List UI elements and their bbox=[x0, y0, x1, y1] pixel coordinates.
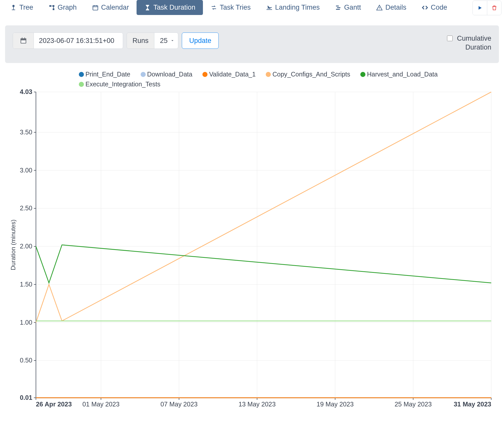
tab-label: Task Duration bbox=[153, 4, 195, 11]
svg-text:3.00: 3.00 bbox=[20, 167, 32, 174]
svg-rect-13 bbox=[21, 40, 26, 43]
tab-tree[interactable]: Tree bbox=[3, 0, 41, 15]
svg-text:2.50: 2.50 bbox=[20, 205, 32, 212]
legend-label: Execute_Integration_Tests bbox=[85, 81, 160, 88]
tab-label: Landing Times bbox=[275, 4, 320, 11]
svg-text:19 May 2023: 19 May 2023 bbox=[317, 401, 354, 408]
chart-legend: Print_End_DateDownload_DataValidate_Data… bbox=[8, 71, 496, 88]
svg-text:13 May 2023: 13 May 2023 bbox=[239, 401, 276, 408]
svg-text:2.00: 2.00 bbox=[20, 243, 32, 250]
legend-item[interactable]: Print_End_Date bbox=[79, 71, 130, 78]
tab-label: Code bbox=[431, 4, 447, 11]
legend-label: Print_End_Date bbox=[85, 71, 130, 78]
legend-dot bbox=[266, 72, 271, 77]
cumulative-toggle[interactable]: Cumulative Duration bbox=[446, 33, 491, 52]
svg-text:4.03: 4.03 bbox=[20, 89, 32, 95]
legend-dot bbox=[360, 72, 365, 77]
date-input-group bbox=[13, 33, 123, 49]
code-icon bbox=[422, 4, 428, 11]
svg-rect-1 bbox=[13, 7, 14, 10]
gantt-icon bbox=[335, 4, 342, 11]
tab-label: Calendar bbox=[101, 4, 129, 11]
play-button[interactable] bbox=[473, 1, 487, 15]
calendar-icon bbox=[92, 4, 99, 11]
runs-input-group: Runs 25 bbox=[127, 33, 178, 49]
tab-label: Graph bbox=[58, 4, 77, 11]
top-actions bbox=[472, 1, 501, 15]
svg-text:31 May 2023: 31 May 2023 bbox=[454, 401, 491, 408]
hourglass-icon bbox=[144, 4, 151, 11]
tab-calendar[interactable]: Calendar bbox=[84, 0, 137, 15]
svg-text:1.50: 1.50 bbox=[20, 281, 32, 288]
run-date-input[interactable] bbox=[34, 33, 123, 49]
legend-label: Harvest_and_Load_Data bbox=[367, 71, 438, 78]
svg-text:26 Apr 2023: 26 Apr 2023 bbox=[36, 401, 72, 408]
tab-task-duration[interactable]: Task Duration bbox=[137, 0, 203, 15]
tab-label: Gantt bbox=[344, 4, 361, 11]
svg-text:25 May 2023: 25 May 2023 bbox=[395, 401, 432, 408]
legend-label: Validate_Data_1 bbox=[209, 71, 256, 78]
legend-dot bbox=[141, 72, 146, 77]
tab-task-tries[interactable]: Task Tries bbox=[203, 0, 258, 15]
view-tabs: Tree Graph Calendar Task Duration Task T… bbox=[3, 0, 455, 15]
tab-landing-times[interactable]: Landing Times bbox=[258, 0, 328, 15]
tab-gantt[interactable]: Gantt bbox=[327, 0, 368, 15]
legend-item[interactable]: Validate_Data_1 bbox=[202, 71, 256, 78]
tab-label: Task Tries bbox=[220, 4, 251, 11]
svg-rect-12 bbox=[24, 38, 25, 39]
task-duration-chart: 0.010.501.001.502.002.503.003.504.0326 A… bbox=[8, 89, 496, 410]
svg-text:01 May 2023: 01 May 2023 bbox=[82, 401, 120, 408]
chart-container: Print_End_DateDownload_DataValidate_Data… bbox=[0, 63, 504, 413]
legend-label: Download_Data bbox=[147, 71, 192, 78]
legend-dot bbox=[202, 72, 207, 77]
svg-text:07 May 2023: 07 May 2023 bbox=[160, 401, 198, 408]
tree-icon bbox=[10, 4, 17, 11]
svg-text:3.50: 3.50 bbox=[20, 129, 32, 136]
svg-rect-6 bbox=[51, 6, 53, 6]
update-button[interactable]: Update bbox=[182, 33, 219, 49]
legend-item[interactable]: Copy_Configs_And_Scripts bbox=[266, 71, 350, 78]
cumulative-label: Cumulative Duration bbox=[457, 34, 491, 52]
tab-code[interactable]: Code bbox=[414, 0, 455, 15]
delete-button[interactable] bbox=[487, 1, 501, 15]
legend-item[interactable]: Download_Data bbox=[141, 71, 192, 78]
tab-label: Details bbox=[385, 4, 406, 11]
svg-point-0 bbox=[12, 5, 15, 7]
cumulative-checkbox[interactable] bbox=[447, 36, 453, 41]
svg-rect-8 bbox=[93, 6, 98, 10]
runs-select[interactable]: 25 bbox=[154, 33, 178, 49]
tab-details[interactable]: Details bbox=[368, 0, 414, 15]
details-icon bbox=[376, 4, 383, 11]
svg-rect-7 bbox=[53, 6, 54, 9]
legend-item[interactable]: Execute_Integration_Tests bbox=[79, 81, 160, 88]
graph-icon bbox=[49, 4, 55, 11]
svg-text:0.01: 0.01 bbox=[20, 394, 32, 401]
tab-graph[interactable]: Graph bbox=[41, 0, 84, 15]
svg-text:Duration (minutes): Duration (minutes) bbox=[10, 219, 17, 270]
runs-label: Runs bbox=[127, 33, 154, 49]
controls-panel: Runs 25 Update Cumulative Duration bbox=[5, 25, 499, 63]
svg-rect-10 bbox=[20, 38, 26, 40]
retry-icon bbox=[211, 4, 217, 11]
svg-rect-2 bbox=[12, 9, 15, 10]
svg-rect-11 bbox=[22, 38, 22, 39]
legend-label: Copy_Configs_And_Scripts bbox=[272, 71, 350, 78]
svg-text:1.00: 1.00 bbox=[20, 319, 32, 326]
landing-icon bbox=[266, 4, 273, 11]
legend-dot bbox=[79, 72, 84, 77]
calendar-addon-icon[interactable] bbox=[13, 33, 34, 49]
svg-text:0.50: 0.50 bbox=[20, 357, 32, 364]
legend-dot bbox=[79, 82, 84, 87]
tab-label: Tree bbox=[19, 4, 33, 11]
legend-item[interactable]: Harvest_and_Load_Data bbox=[360, 71, 438, 78]
